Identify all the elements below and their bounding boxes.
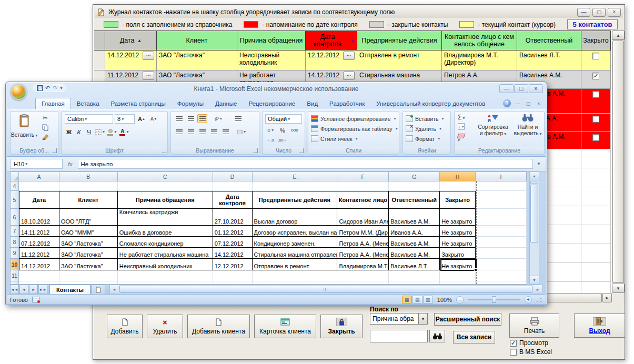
close-contact-button[interactable]: Закрыть: [320, 315, 363, 338]
align-bottom-button[interactable]: [197, 114, 207, 123]
fill-color-button[interactable]: [107, 127, 117, 136]
cell-E10[interactable]: Отправлен в ремонт: [253, 259, 338, 270]
select-all-corner[interactable]: [11, 172, 19, 181]
italic-button[interactable]: К: [75, 129, 83, 135]
cell-E5[interactable]: Предпринятые действия: [253, 191, 338, 209]
cell-C8[interactable]: Сломался кондиционер: [118, 237, 213, 248]
cell-A9[interactable]: 11.12.2012: [19, 248, 59, 259]
scroll-thumb[interactable]: [119, 286, 532, 293]
journal-titlebar[interactable]: Журнал контактов -нажатие на шапку столб…: [95, 6, 623, 18]
cell-styles-button[interactable]: Стили ячеек: [311, 134, 396, 143]
zoom-slider-handle[interactable]: [492, 296, 496, 303]
column-header-d[interactable]: D: [213, 172, 253, 181]
dialog-launcher-icon[interactable]: [299, 148, 304, 153]
tab-razmetka[interactable]: Разметка страницы: [105, 98, 172, 109]
comma-format-button[interactable]: 000: [289, 126, 300, 135]
add-client-button[interactable]: Добавить клиента: [187, 315, 250, 338]
delete-button[interactable]: × Удалить: [147, 315, 183, 338]
help-icon[interactable]: ?: [503, 99, 511, 107]
table-row-current[interactable]: 14.12.2012 ... ЗАО "Ласточка" Неисправны…: [94, 50, 611, 70]
scroll-left-icon[interactable]: ◄: [110, 285, 118, 294]
cell-C6[interactable]: Кончились картриджи: [118, 209, 213, 226]
cell-F6[interactable]: Сидоров Иван Алексан: [337, 209, 389, 226]
cell-G6[interactable]: Васильев А.М.: [389, 209, 440, 226]
column-header-reason[interactable]: Причина обращения: [237, 31, 306, 50]
save-icon[interactable]: [37, 85, 43, 91]
percent-format-button[interactable]: %: [277, 126, 288, 135]
excel-checkbox[interactable]: ✓: [510, 349, 517, 356]
scroll-thumb[interactable]: [530, 185, 538, 242]
column-header-g[interactable]: G: [389, 172, 440, 181]
row-header-5[interactable]: 5: [11, 191, 19, 209]
dialog-launcher-icon[interactable]: [253, 148, 258, 153]
first-sheet-icon[interactable]: ◄◄: [10, 285, 19, 294]
date-picker-button[interactable]: ...: [143, 72, 154, 80]
maximize-button[interactable]: ▢: [592, 8, 606, 17]
column-header-control-date[interactable]: Дата контроля ▲: [306, 31, 357, 50]
page-break-view-button[interactable]: ▥: [423, 296, 433, 304]
grow-font-button[interactable]: A▲: [136, 115, 147, 124]
split-handle[interactable]: [530, 181, 538, 184]
formula-input[interactable]: Не закрыто: [78, 159, 534, 169]
cut-button[interactable]: ✂: [40, 114, 51, 123]
cell-G5[interactable]: Ответственный: [389, 191, 440, 209]
table-vertical-scrollbar[interactable]: ▲ ▼: [612, 31, 625, 293]
cell-H8[interactable]: Не закрыто: [440, 237, 476, 248]
cell-E7[interactable]: Договор исправлен, выслан на e-mai: [253, 226, 338, 237]
cell-C10[interactable]: Неисправный холодильник: [118, 259, 213, 270]
sheet-tab-contacts[interactable]: Контакты: [49, 285, 90, 294]
column-header-b[interactable]: B: [59, 172, 118, 181]
dialog-launcher-icon[interactable]: [162, 148, 166, 153]
underline-button[interactable]: Ч: [85, 129, 93, 135]
client-card-button[interactable]: Карточка клиента: [254, 315, 316, 338]
cell-A8[interactable]: 07.12.2012: [19, 237, 59, 248]
cell-B8[interactable]: ЗАО "Ласточка": [59, 237, 118, 248]
row-header-9[interactable]: 9: [11, 248, 19, 259]
font-color-button[interactable]: А: [119, 127, 129, 136]
closed-checkbox[interactable]: ✓: [592, 91, 599, 98]
cell-D6[interactable]: 27.10.2012: [213, 209, 253, 226]
closed-checkbox[interactable]: ✓: [592, 134, 599, 141]
search-input[interactable]: [370, 330, 428, 342]
scroll-down-icon[interactable]: ▼: [530, 276, 539, 284]
zoom-out-button[interactable]: –: [456, 296, 464, 304]
cell-C5[interactable]: Причина обращения: [118, 191, 213, 209]
chevron-down-icon[interactable]: ▼: [418, 314, 427, 324]
tab-razrabotchik[interactable]: Разработчик: [324, 98, 370, 109]
fx-icon[interactable]: fx: [65, 161, 76, 167]
cell-H5[interactable]: Закрыто: [440, 191, 476, 209]
office-button[interactable]: [11, 84, 27, 100]
print-button[interactable]: Печать: [509, 314, 559, 338]
closed-checkbox[interactable]: ✓: [592, 53, 599, 59]
cell-H6[interactable]: Не закрыто: [440, 209, 476, 226]
add-button[interactable]: Добавить: [107, 315, 143, 338]
name-box[interactable]: H10: [10, 159, 63, 169]
column-header-responsible[interactable]: Ответственный: [517, 31, 581, 50]
cell-A5[interactable]: Дата: [19, 191, 59, 209]
cell-F5[interactable]: Контактное лицо: [337, 191, 389, 209]
ribbon-close-icon[interactable]: ×: [535, 101, 542, 106]
excel-titlebar[interactable]: ↶ ↷ ▾ Книга1 - Microsoft Excel некоммерч…: [6, 82, 547, 96]
format-as-table-button[interactable]: Форматировать как таблицу: [311, 124, 396, 133]
row-header-7[interactable]: 7: [11, 226, 19, 237]
column-header-client[interactable]: Клиент: [157, 31, 237, 50]
shrink-font-button[interactable]: A▼: [148, 115, 159, 124]
find-button[interactable]: [429, 330, 445, 342]
sort-filter-button[interactable]: АЯ Сортировка и фильтр: [476, 114, 510, 136]
cell-F9[interactable]: Петров А.А. (Менедже: [337, 248, 389, 259]
scroll-right-icon[interactable]: ►: [602, 293, 612, 302]
format-painter-button[interactable]: [40, 133, 51, 141]
bold-button[interactable]: Ж: [65, 129, 73, 135]
cell-E9[interactable]: Стиральная машина отправлена в ре: [253, 248, 338, 259]
page-layout-view-button[interactable]: ▤: [412, 296, 422, 304]
scroll-right-icon[interactable]: ►: [534, 285, 542, 294]
merge-center-button[interactable]: [236, 127, 246, 136]
cell-E8[interactable]: Кондиционер заменен.: [253, 237, 338, 248]
cell-F10[interactable]: Владимирова М.Т. (Ди: [337, 259, 389, 270]
cell-D10[interactable]: 12.12.2012: [213, 259, 253, 270]
cell-B9[interactable]: ЗАО "Ласточка": [59, 248, 118, 259]
column-header-e[interactable]: E: [253, 172, 338, 181]
increase-decimal-button[interactable]: ←,0: [265, 136, 276, 145]
column-header-contact[interactable]: Контактное лицо с кем велось общение: [442, 31, 517, 50]
cell-A7[interactable]: 14.11.2012: [19, 226, 59, 237]
